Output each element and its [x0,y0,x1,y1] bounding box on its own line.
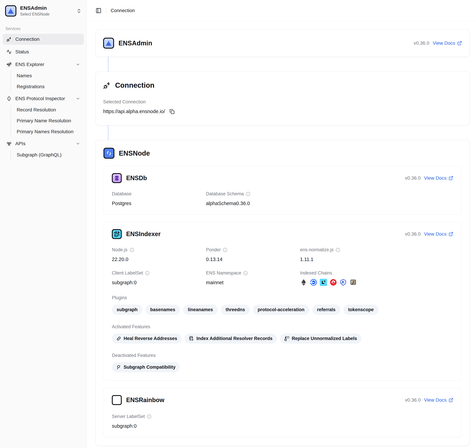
ensrainbow-view-docs-link[interactable]: View Docs [424,397,453,403]
sidebar-item-apis[interactable]: APIs [3,138,84,149]
linea-chain-icon [320,279,327,286]
ensdb-card-title: ENSDb [126,174,147,182]
view-docs-label: View Docs [424,231,447,237]
info-icon[interactable] [223,248,227,252]
sidebar-item-connection[interactable]: Connection [3,34,84,45]
bandage-icon [116,336,121,341]
field-database-schema: Database Schema alphaSchema0.36.0 [206,191,453,206]
topbar: Connection [87,0,476,21]
plugin-chip: tokenscope [343,304,379,315]
field-value: 22.20.0 [112,257,206,262]
field-server-labelset: Server LabelSet subgraph:0 [112,414,206,429]
plugins-label: Plugins [112,295,453,300]
radio-tower-icon [6,141,11,146]
field-value: alphaSchema0.36.0 [206,201,453,206]
info-icon[interactable] [246,192,250,196]
chevron-down-icon [76,62,80,67]
ensindexer-view-docs-link[interactable]: View Docs [424,231,453,237]
sidebar-item-primary-name-resolution[interactable]: Primary Name Resolution [11,115,84,126]
field-label: ENS Namespace [206,270,241,276]
ens-diamond-icon [6,96,11,101]
sidebar-item-record-resolution[interactable]: Record Resolution [11,104,84,115]
ensindexer-card: ENSIndexer v0.36.0 View Docs Node.js [103,222,462,381]
sidebar: ENSAdmin Select ENSNode Services Connect… [0,0,87,448]
breadcrumb: Connection [111,8,135,13]
sidebar-toggle-button[interactable] [96,8,102,13]
plugin-chip: protocol-acceleration [253,304,309,315]
sidebar-item-ens-explorer[interactable]: ENS Explorer [3,59,84,70]
chevron-down-icon [76,96,80,101]
view-docs-label: View Docs [424,397,447,403]
ensadmin-card: ENSAdmin v0.36.0 View Docs [96,29,470,57]
feature-pill-replace-unnormalized-labels: Replace Unnormalized Labels [280,333,362,344]
feature-label: Index Additional Resolver Records [196,336,272,341]
sidebar-item-names[interactable]: Names [11,70,84,81]
sidebar-item-subgraph-graphql[interactable]: Subgraph (GraphQL) [11,149,84,160]
activated-features-list: Heal Reverse Addresses Index Additional … [112,333,453,344]
sidebar-item-label: Status [15,49,80,55]
connector-dashed-line [108,57,108,71]
ensdb-view-docs-link[interactable]: View Docs [424,175,453,181]
ensadmin-card-title: ENSAdmin [119,40,152,47]
plugin-chip: referrals [312,304,340,315]
plugin-chip: basenames [145,304,180,315]
view-docs-label: View Docs [424,175,447,181]
feature-label: Subgraph Compatibility [124,365,176,370]
chevrons-up-down-icon [76,8,81,13]
info-icon[interactable] [130,248,134,252]
sidebar-item-label: ENS Protocol Inspector [15,96,72,101]
app-title: ENSAdmin [20,5,73,11]
info-icon[interactable] [336,248,340,252]
plugin-chip: subgraph [112,304,142,315]
feature-pill-index-additional-resolver-records: Index Additional Resolver Records [185,333,277,344]
ensadmin-view-docs-link[interactable]: View Docs [433,40,462,46]
feature-pill-heal-reverse-addresses: Heal Reverse Addresses [112,333,181,344]
ensdb-logo-icon [112,173,122,183]
field-value: mainnet [206,280,300,285]
chevron-down-icon [76,141,80,146]
ensnode-selector[interactable]: ENSAdmin Select ENSNode [3,3,84,19]
sidebar-item-ens-protocol-inspector[interactable]: ENS Protocol Inspector [3,93,84,104]
info-icon[interactable] [243,271,248,275]
app-subtitle: Select ENSNode [20,12,73,17]
plug-zap-icon [103,81,111,89]
info-icon[interactable] [145,271,149,275]
external-link-icon [457,41,462,46]
field-nodejs: Node.js 22.20.0 [112,247,206,262]
activity-icon [6,49,11,54]
scroll-chain-icon [350,279,357,286]
sidebar-item-primary-names-resolution[interactable]: Primary Names Resolution [11,126,84,137]
ensrainbow-card: ENSRainbow v0.36.0 View Docs Server Labe… [103,388,462,437]
ensdb-card: ENSDb v0.36.0 View Docs Database Postgre… [103,166,462,215]
field-value: subgraph:0 [112,280,206,285]
sidebar-item-registrations[interactable]: Registrations [11,81,84,92]
deactivated-features-list: Subgraph Compatibility [112,362,453,372]
field-label: Database [112,191,206,196]
subgraph-icon [116,365,121,370]
field-label: Server LabelSet [112,414,145,419]
database-plus-icon [189,336,194,341]
replace-icon [284,336,289,341]
external-link-icon [448,232,453,236]
selected-connection-label: Selected Connection [103,99,462,105]
connection-card: Connection Selected Connection https://a… [96,71,470,125]
sidebar-item-status[interactable]: Status [3,46,84,57]
ensindexer-logo-icon [112,229,122,239]
feature-pill-subgraph-compatibility: Subgraph Compatibility [112,362,180,372]
plug-zap-icon [6,37,11,42]
info-icon[interactable] [147,414,151,419]
connector-dashed-line [108,125,108,140]
apis-subnav: Subgraph (GraphQL) [11,149,84,160]
telescope-icon [6,62,11,67]
field-client-labelset: Client LabelSet subgraph:0 [112,270,206,286]
ensindexer-version: v0.36.0 [405,231,421,237]
field-value: 0.13.14 [206,257,300,262]
field-value: subgraph:0 [112,423,206,429]
deactivated-features-label: Deactivated Features [112,353,453,358]
ensrainbow-version: v0.36.0 [405,397,421,403]
indexed-chains-label: Indexed Chains [300,270,453,276]
copy-icon[interactable] [170,109,175,114]
field-value: 1.11.1 [300,257,453,262]
connection-card-title: Connection [115,81,154,89]
ensadmin-logo-icon [103,38,114,49]
